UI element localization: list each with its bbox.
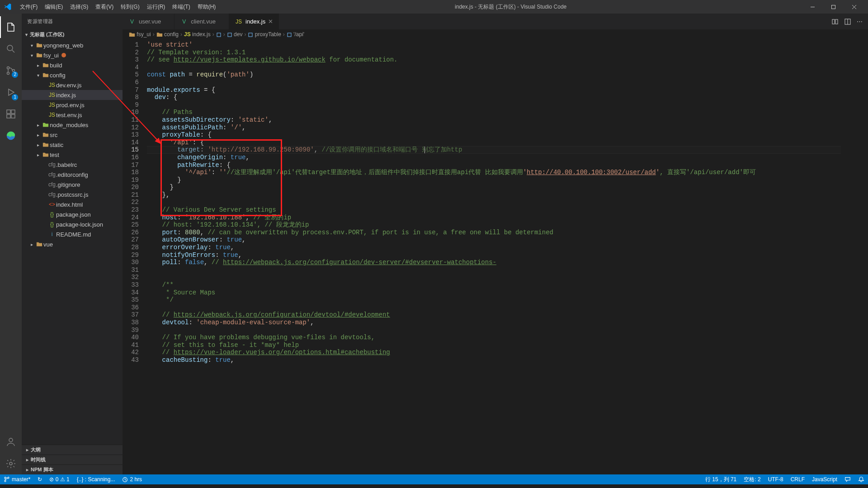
git-branch[interactable]: master* (0, 474, 34, 484)
edge-icon[interactable] (0, 125, 22, 147)
menu-item[interactable]: 运行(R) (143, 4, 169, 10)
tree-label: yongneng_web (43, 42, 83, 49)
svg-point-21 (5, 480, 6, 482)
workspace-header[interactable]: ▾无标题 (工作区) (22, 29, 123, 39)
extensions-icon[interactable] (0, 103, 22, 125)
tree-item[interactable]: i README.md (22, 229, 123, 239)
indent[interactable]: 空格: 2 (740, 474, 764, 484)
editor-tab[interactable]: Vclient.vue✕ (175, 14, 229, 29)
tree-label: prod.env.js (56, 102, 85, 109)
tree-item[interactable]: ▸ test (22, 150, 123, 160)
notification-icon[interactable] (854, 474, 868, 484)
svg-rect-6 (7, 114, 10, 118)
tree-item[interactable]: <> index.html (22, 199, 123, 209)
breadcrumb-seg[interactable] (216, 31, 222, 38)
menu-item[interactable]: 选择(S) (66, 4, 92, 10)
compare-icon[interactable] (831, 18, 839, 25)
more-icon[interactable]: ⋯ (857, 18, 863, 25)
code-lines[interactable]: 'use strict'// Template version: 1.3.1//… (147, 39, 841, 474)
menu-item[interactable]: 帮助(H) (194, 4, 220, 10)
editor-tab[interactable]: JSindex.js✕ (229, 14, 279, 29)
breadcrumb-seg[interactable]: config (156, 31, 179, 38)
sidebar-title: 资源管理器 (22, 14, 123, 29)
tree-item[interactable]: ▸ build (22, 60, 123, 70)
breadcrumb-seg[interactable]: dev (227, 31, 243, 38)
menu-item[interactable]: 文件(F) (16, 4, 41, 10)
tree-item[interactable]: cfg .editorconfig (22, 170, 123, 180)
lang-mode[interactable]: JavaScript (808, 474, 841, 484)
tab-close-icon[interactable]: ✕ (268, 18, 273, 25)
breadcrumb-seg[interactable]: proxyTable (248, 31, 281, 38)
breadcrumb-seg[interactable]: JS index.js (184, 31, 211, 38)
tree-item[interactable]: cfg .postcssrc.js (22, 190, 123, 199)
tree-item[interactable]: JS dev.env.js (22, 80, 123, 90)
svg-rect-7 (11, 114, 15, 118)
tree-item[interactable]: ▸ vue (22, 239, 123, 249)
tree-item[interactable]: ▾ config (22, 70, 123, 80)
breadcrumb-seg[interactable]: fsy_ui (129, 31, 151, 38)
tree-item[interactable]: ▸ src (22, 130, 123, 140)
scanning[interactable]: {..} : Scanning... (73, 474, 119, 484)
tree-label: .postcssrc.js (56, 191, 89, 198)
sidebar: 资源管理器 ▾无标题 (工作区) ▾ yongneng_web▾ fsy_ui▸… (22, 14, 123, 474)
tree-item[interactable]: ▸ static (22, 140, 123, 150)
tree-label: .gitignore (56, 181, 80, 188)
file-icon (42, 142, 50, 147)
run-badge: 1 (12, 94, 18, 100)
menu-item[interactable]: 转到(G) (117, 4, 143, 10)
chevron-icon: ▾ (34, 73, 42, 78)
tree-label: package.json (56, 211, 91, 218)
settings-gear-icon[interactable] (0, 453, 22, 474)
sync-button[interactable]: ↻ (34, 474, 46, 484)
menu-bar: 文件(F)编辑(E)选择(S)查看(V)转到(G)运行(R)终端(T)帮助(H)… (0, 0, 868, 14)
chevron-icon: ▾ (28, 53, 35, 58)
svg-rect-8 (11, 110, 15, 114)
svg-point-22 (8, 477, 9, 479)
status-bar: master* ↻ ⊘ 0 ⚠ 1 {..} : Scanning... 2 h… (0, 474, 868, 484)
menu-item[interactable]: 终端(T) (169, 4, 193, 10)
cursor-pos[interactable]: 行 15，列 71 (702, 474, 740, 484)
tree-label: test (50, 152, 59, 158)
tree-item[interactable]: cfg .gitignore (22, 180, 123, 190)
source-control-icon[interactable]: 2 (0, 60, 22, 81)
wakatime[interactable]: 2 hrs (118, 474, 146, 484)
menu-item[interactable]: 编辑(E) (41, 4, 66, 10)
menu-item[interactable]: 查看(V) (92, 4, 117, 10)
file-icon: cfg (48, 161, 56, 168)
account-icon[interactable] (0, 431, 22, 453)
file-icon (42, 72, 50, 78)
tree-item[interactable]: cfg .babelrc (22, 160, 123, 170)
tree-item[interactable]: JS prod.env.js (22, 100, 123, 110)
search-icon[interactable] (0, 38, 22, 60)
tree-item[interactable]: JS test.env.js (22, 110, 123, 120)
tree-item[interactable]: {} package.json (22, 209, 123, 219)
breadcrumb[interactable]: fsy_ui› config›JS index.js› › dev› proxy… (123, 29, 868, 39)
svg-rect-17 (249, 33, 252, 37)
minimap[interactable] (841, 39, 868, 474)
tree-label: test.env.js (56, 112, 82, 118)
maximize-button[interactable] (823, 0, 844, 14)
chevron-icon: ▸ (34, 142, 42, 147)
explorer-icon[interactable] (0, 16, 22, 38)
tree-item[interactable]: ▾ yongneng_web (22, 40, 123, 50)
close-button[interactable] (844, 0, 864, 14)
tree-item[interactable]: {} package-lock.json (22, 219, 123, 229)
tree-item[interactable]: ▸ node_modules (22, 120, 123, 130)
tree-label: .editorconfig (56, 171, 88, 178)
problems[interactable]: ⊘ 0 ⚠ 1 (46, 474, 73, 484)
window-title: index.js - 无标题 (工作区) - Visual Studio Cod… (219, 3, 802, 11)
outline-panel[interactable]: ▸大纲 (22, 445, 123, 455)
tree-item[interactable]: ▾ fsy_ui (22, 50, 123, 60)
tree-item[interactable]: JS index.js (22, 90, 123, 100)
eol[interactable]: CRLF (787, 474, 808, 484)
breadcrumb-seg[interactable]: '/api' (287, 31, 304, 38)
encoding[interactable]: UTF-8 (764, 474, 787, 484)
editor-tab[interactable]: Vuser.vue✕ (123, 14, 175, 29)
npm-scripts-panel[interactable]: ▸NPM 脚本 (22, 464, 123, 474)
run-debug-icon[interactable]: 1 (0, 81, 22, 103)
feedback-icon[interactable] (841, 474, 854, 484)
minimize-button[interactable] (802, 0, 823, 14)
timeline-panel[interactable]: ▸时间线 (22, 455, 123, 464)
code-area[interactable]: 1234567891011121314151617181920212223242… (123, 39, 868, 474)
split-icon[interactable] (844, 18, 851, 25)
